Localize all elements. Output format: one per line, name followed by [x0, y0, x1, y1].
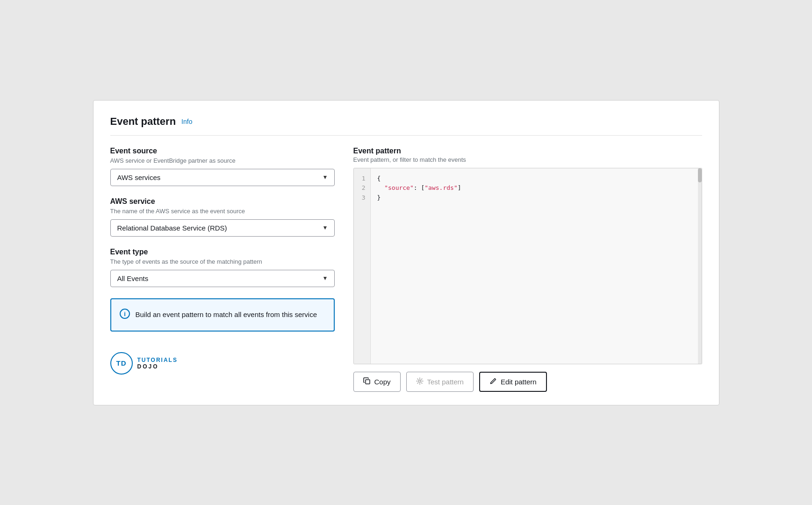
card-title: Event pattern — [110, 115, 176, 128]
event-source-label: Event source — [110, 147, 335, 155]
svg-point-3 — [418, 380, 421, 382]
aws-service-label: AWS service — [110, 197, 335, 206]
aws-service-group: AWS service The name of the AWS service … — [110, 197, 335, 237]
event-type-label: Event type — [110, 248, 335, 256]
event-source-select[interactable]: AWS services EventBridge partner — [110, 169, 335, 186]
code-line-1: { — [377, 174, 695, 184]
line-numbers: 1 2 3 — [354, 168, 371, 364]
gear-icon — [416, 377, 424, 386]
pencil-icon — [489, 377, 497, 386]
svg-rect-2 — [366, 380, 370, 384]
copy-icon — [363, 377, 371, 386]
scrollbar-track[interactable] — [698, 168, 702, 364]
event-type-select-wrapper: All Events ▼ — [110, 270, 335, 287]
logo-initials: TD — [116, 359, 127, 367]
event-type-desc: The type of events as the source of the … — [110, 258, 335, 265]
edit-pattern-button[interactable]: Edit pattern — [479, 372, 547, 392]
test-pattern-button[interactable]: Test pattern — [406, 372, 474, 392]
copy-button[interactable]: Copy — [353, 372, 401, 392]
event-source-desc: AWS service or EventBridge partner as so… — [110, 157, 335, 164]
code-line-2: "source": ["aws.rds"] — [377, 183, 695, 193]
action-buttons: Copy Test pattern — [353, 372, 702, 392]
card-body: Event source AWS service or EventBridge … — [110, 147, 702, 392]
event-pattern-desc: Event pattern, or filter to match the ev… — [353, 156, 702, 163]
aws-service-select-wrapper: Relational Database Service (RDS) ▼ — [110, 219, 335, 237]
logo-circle: TD — [110, 352, 133, 375]
line-num-3: 3 — [359, 193, 366, 203]
code-content: { "source": ["aws.rds"] } — [371, 168, 702, 364]
line-num-2: 2 — [359, 183, 366, 193]
test-pattern-label: Test pattern — [427, 378, 464, 386]
event-pattern-label: Event pattern — [353, 147, 702, 155]
event-pattern-card: Event pattern Info Event source AWS serv… — [93, 100, 719, 405]
aws-service-desc: The name of the AWS service as the event… — [110, 208, 335, 215]
code-line-3: } — [377, 193, 695, 203]
scrollbar-thumb — [698, 168, 702, 182]
copy-label: Copy — [374, 378, 391, 386]
event-type-group: Event type The type of events as the sou… — [110, 248, 335, 287]
logo-text: TUTORIALS DOJO — [137, 357, 178, 370]
event-type-select[interactable]: All Events — [110, 270, 335, 287]
event-source-select-wrapper: AWS services EventBridge partner ▼ — [110, 169, 335, 186]
info-box: i Build an event pattern to match all ev… — [110, 298, 335, 332]
aws-service-select[interactable]: Relational Database Service (RDS) — [110, 219, 335, 237]
right-panel: Event pattern Event pattern, or filter t… — [353, 147, 702, 392]
logo-area: TD TUTORIALS DOJO — [110, 352, 335, 375]
info-link[interactable]: Info — [181, 118, 192, 125]
logo-dojo: DOJO — [137, 363, 178, 370]
edit-pattern-label: Edit pattern — [501, 378, 537, 386]
code-editor: 1 2 3 { "source": ["aws.rds"] } — [353, 168, 702, 364]
svg-text:i: i — [124, 310, 126, 317]
logo-tutorials: TUTORIALS — [137, 357, 178, 363]
card-header: Event pattern Info — [110, 115, 702, 136]
line-num-1: 1 — [359, 174, 366, 184]
info-circle-icon: i — [120, 309, 130, 321]
left-panel: Event source AWS service or EventBridge … — [110, 147, 335, 392]
info-box-text: Build an event pattern to match all even… — [136, 310, 317, 320]
event-source-group: Event source AWS service or EventBridge … — [110, 147, 335, 186]
